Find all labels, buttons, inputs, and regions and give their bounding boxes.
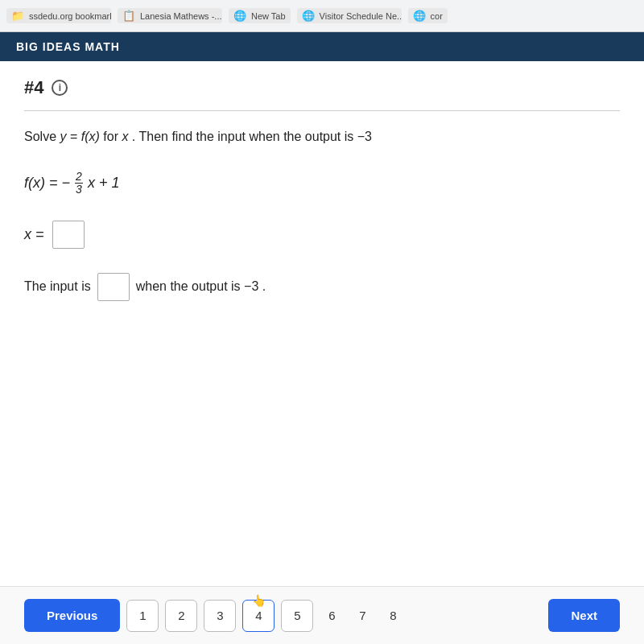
globe-icon-1: 🌐 [233, 10, 246, 22]
page-6-label: 6 [320, 609, 344, 622]
tab-visitor[interactable]: 🌐 Visitor Schedule Ne... [297, 8, 402, 23]
app-header: BIG IDEAS MATH [0, 32, 644, 61]
bottom-sentence: The input is when the output is −3 . [24, 273, 620, 301]
problem-text: Solve y = f(x) for x . Then find the inp… [24, 127, 620, 147]
sentence-prefix: The input is [24, 279, 91, 294]
info-icon[interactable]: i [52, 80, 68, 96]
app-title: BIG IDEAS MATH [16, 40, 120, 53]
tab-lanesia[interactable]: 📋 Lanesia Mathews -... [118, 8, 222, 23]
problem-prefix: Solve [24, 130, 60, 143]
page-8-label: 8 [381, 609, 405, 622]
tab-newtab[interactable]: 🌐 New Tab [229, 8, 291, 23]
tab-newtab-label: New Tab [251, 11, 286, 21]
tab-bookmarks-label: ssdedu.org bookmarks [29, 11, 111, 21]
function-label: f(x) = − [24, 175, 70, 191]
page-5-button[interactable]: 5 [281, 600, 313, 632]
previous-button[interactable]: Previous [24, 599, 120, 632]
function-suffix: x + 1 [88, 175, 120, 191]
nav-bar: Previous 1 2 3 👆 4 5 6 7 8 Next [0, 586, 644, 644]
next-button[interactable]: Next [548, 599, 620, 632]
tab-lanesia-label: Lanesia Mathews -... [140, 11, 222, 21]
fraction-denominator: 3 [75, 184, 83, 196]
question-number: #4 [24, 77, 43, 98]
x-equals-row: x = [24, 221, 620, 249]
app-container: BIG IDEAS MATH #4 i Solve y = f(x) for x… [0, 32, 644, 644]
page-7-label: 7 [350, 609, 374, 622]
problem-y: y [60, 130, 66, 143]
cursor-hand-icon: 👆 [252, 594, 266, 607]
page-3-label: 3 [217, 609, 223, 622]
fraction: 2 3 [75, 171, 83, 196]
section-divider [24, 110, 620, 111]
question-number-row: #4 i [24, 77, 620, 98]
problem-equals: = [70, 130, 81, 143]
x-equals-label: x = [24, 226, 44, 243]
input-answer-box[interactable] [97, 273, 130, 301]
page-4-button[interactable]: 👆 4 [242, 600, 275, 632]
function-expression: f(x) = − 2 3 x + 1 [24, 171, 620, 196]
tab-cor-label: cor [431, 11, 443, 21]
problem-for: for [103, 130, 122, 143]
fraction-numerator: 2 [75, 171, 83, 184]
globe-icon-3: 🌐 [413, 10, 426, 22]
page-1-label: 1 [139, 609, 146, 622]
problem-paren-x: (x) [85, 130, 100, 143]
globe-icon-2: 🌐 [302, 10, 315, 22]
folder-icon: 📁 [11, 10, 24, 22]
tab-cor[interactable]: 🌐 cor [408, 8, 448, 23]
page-3-button[interactable]: 3 [204, 600, 236, 632]
tab-visitor-label: Visitor Schedule Ne... [320, 11, 402, 21]
page-2-button[interactable]: 2 [165, 600, 197, 632]
page-4-label: 4 [255, 609, 262, 622]
doc-icon: 📋 [122, 10, 135, 22]
page-1-button[interactable]: 1 [126, 600, 159, 632]
sentence-suffix: when the output is −3 . [136, 279, 266, 294]
tab-bookmarks[interactable]: 📁 ssdedu.org bookmarks [6, 8, 111, 23]
x-answer-input[interactable] [52, 221, 85, 249]
problem-x: x [122, 130, 128, 143]
page-2-label: 2 [178, 609, 184, 622]
problem-suffix: . Then find the input when the output is… [132, 130, 372, 143]
content-area: #4 i Solve y = f(x) for x . Then find th… [0, 61, 644, 586]
browser-bar: 📁 ssdedu.org bookmarks 📋 Lanesia Mathews… [0, 0, 644, 32]
page-5-label: 5 [294, 609, 300, 622]
